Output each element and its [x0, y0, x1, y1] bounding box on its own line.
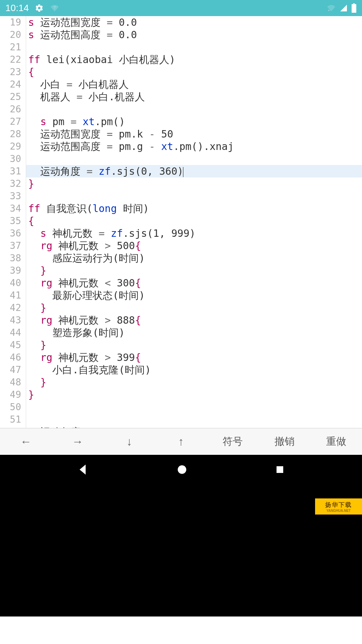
symbol-button[interactable]: 符号: [207, 428, 258, 455]
line-number: 48: [0, 376, 21, 388]
code-line[interactable]: [26, 41, 362, 53]
android-nav-bar: [0, 457, 362, 484]
line-number: 43: [0, 314, 21, 326]
watermark-badge: 扬华下载 YANGHUA.NET: [315, 498, 362, 515]
code-line[interactable]: ff 自我意识(long 时间): [26, 202, 362, 215]
svg-text:?: ?: [54, 6, 56, 9]
status-bar: 10:14 ?: [0, 0, 362, 16]
svg-rect-2: [277, 466, 283, 473]
code-line[interactable]: [26, 401, 362, 413]
code-line[interactable]: s 运动角度0 = 0: [26, 426, 362, 428]
text-cursor: [183, 167, 183, 177]
line-number: 37: [0, 239, 21, 252]
code-line[interactable]: 运动角度 = zf.sjs(0, 360): [26, 165, 362, 177]
code-line[interactable]: [26, 103, 362, 115]
undo-button[interactable]: 撤销: [258, 428, 310, 455]
line-number: 25: [0, 91, 21, 103]
arrow-up-button[interactable]: ↑: [155, 428, 207, 455]
line-number: 44: [0, 326, 21, 339]
code-line[interactable]: 最新心理状态(时间): [26, 289, 362, 302]
line-number: 47: [0, 364, 21, 376]
bottom-black-area: [0, 455, 362, 616]
code-line[interactable]: 运动范围宽度 = pm.k - 50: [26, 128, 362, 140]
line-number: 38: [0, 252, 21, 264]
nav-back-button[interactable]: [77, 464, 89, 477]
code-line[interactable]: 小白 = 小白机器人: [26, 78, 362, 91]
code-line[interactable]: rg 神机元数 > 500{: [26, 239, 362, 252]
code-line[interactable]: rg 神机元数 > 888{: [26, 314, 362, 326]
watermark-line2: YANGHUA.NET: [326, 509, 351, 513]
code-line[interactable]: 塑造形象(时间): [26, 326, 362, 339]
line-number: 46: [0, 351, 21, 364]
line-number: 19: [0, 16, 21, 29]
line-number: 50: [0, 401, 21, 413]
line-number: 22: [0, 53, 21, 66]
code-line[interactable]: }: [26, 264, 362, 277]
line-number: 30: [0, 153, 21, 165]
line-number: 41: [0, 289, 21, 302]
wifi-off-icon: [326, 4, 336, 12]
nav-recent-button[interactable]: [275, 465, 285, 476]
line-number: 39: [0, 264, 21, 277]
code-line[interactable]: s 神机元数 = zf.sjs(1, 999): [26, 227, 362, 239]
code-content[interactable]: s 运动范围宽度 = 0.0s 运动范围高度 = 0.0ff lei(xiaob…: [26, 16, 362, 428]
line-number: 51: [0, 413, 21, 426]
code-editor[interactable]: 1920212223242526272829303132333435363738…: [0, 16, 362, 428]
arrow-down-button[interactable]: ↓: [104, 428, 155, 455]
line-number: 42: [0, 302, 21, 314]
line-number: 36: [0, 227, 21, 239]
code-line[interactable]: [26, 413, 362, 426]
code-line[interactable]: [26, 153, 362, 165]
line-number: 34: [0, 202, 21, 215]
code-line[interactable]: }: [26, 177, 362, 190]
battery-icon: [351, 3, 357, 13]
nav-home-button[interactable]: [176, 464, 188, 477]
line-number: 52: [0, 426, 21, 428]
editor-toolbar: ← → ↓ ↑ 符号 撤销 重做: [0, 428, 362, 455]
line-number-gutter: 1920212223242526272829303132333435363738…: [0, 16, 26, 428]
code-line[interactable]: ff lei(xiaobai 小白机器人): [26, 53, 362, 66]
code-line[interactable]: rg 神机元数 < 300{: [26, 277, 362, 289]
line-number: 49: [0, 388, 21, 401]
line-number: 29: [0, 140, 21, 153]
line-number: 27: [0, 115, 21, 128]
code-line[interactable]: 运动范围高度 = pm.g - xt.pm().xnaj: [26, 140, 362, 153]
code-line[interactable]: 机器人 = 小白.机器人: [26, 91, 362, 103]
code-line[interactable]: }: [26, 339, 362, 351]
code-line[interactable]: }: [26, 302, 362, 314]
line-number: 33: [0, 190, 21, 202]
line-number: 45: [0, 339, 21, 351]
wifi-weak-icon: ?: [50, 4, 60, 12]
arrow-right-button[interactable]: →: [52, 428, 103, 455]
code-line[interactable]: s 运动范围宽度 = 0.0: [26, 16, 362, 29]
code-line[interactable]: {: [26, 66, 362, 78]
code-line[interactable]: rg 神机元数 > 399{: [26, 351, 362, 364]
status-time: 10:14: [5, 3, 29, 13]
code-line[interactable]: 小白.自我克隆(时间): [26, 364, 362, 376]
code-line[interactable]: {: [26, 215, 362, 227]
line-number: 35: [0, 215, 21, 227]
line-number: 20: [0, 29, 21, 41]
arrow-left-button[interactable]: ←: [0, 428, 52, 455]
redo-button[interactable]: 重做: [310, 428, 362, 455]
code-line[interactable]: 感应运动行为(时间): [26, 252, 362, 264]
code-line[interactable]: s pm = xt.pm(): [26, 115, 362, 128]
line-number: 23: [0, 66, 21, 78]
line-number: 32: [0, 177, 21, 190]
line-number: 28: [0, 128, 21, 140]
line-number: 24: [0, 78, 21, 91]
line-number: 31: [0, 165, 21, 177]
code-line[interactable]: }: [26, 376, 362, 388]
code-line[interactable]: }: [26, 388, 362, 401]
line-number: 26: [0, 103, 21, 115]
code-line[interactable]: s 运动范围高度 = 0.0: [26, 29, 362, 41]
svg-point-1: [178, 465, 186, 474]
signal-icon: [339, 4, 348, 12]
settings-icon: [35, 4, 44, 12]
code-line[interactable]: [26, 190, 362, 202]
line-number: 40: [0, 277, 21, 289]
line-number: 21: [0, 41, 21, 53]
watermark-line1: 扬华下载: [325, 501, 352, 509]
